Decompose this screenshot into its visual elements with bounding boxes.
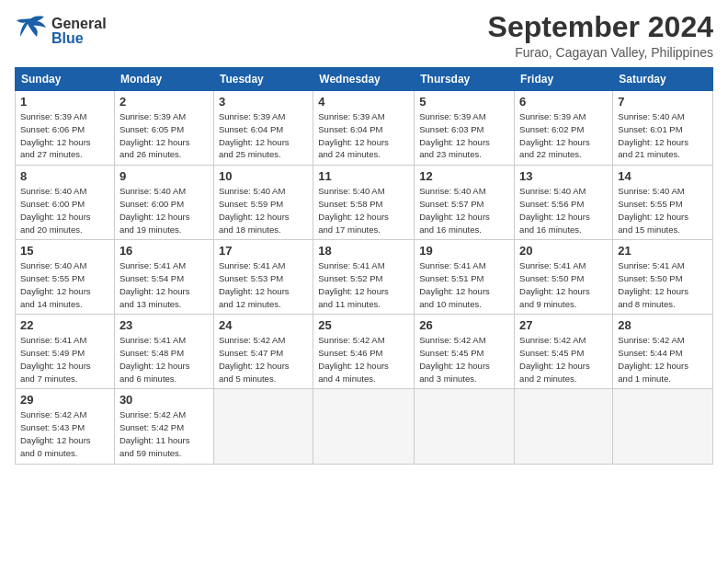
day-info: Sunrise: 5:42 AM Sunset: 5:44 PM Dayligh… xyxy=(618,334,708,385)
day-number: 13 xyxy=(519,169,608,183)
day-number: 15 xyxy=(20,244,109,258)
day-info: Sunrise: 5:40 AM Sunset: 6:00 PM Dayligh… xyxy=(119,185,209,236)
col-saturday: Saturday xyxy=(613,68,713,91)
day-info: Sunrise: 5:42 AM Sunset: 5:43 PM Dayligh… xyxy=(20,408,109,459)
day-number: 28 xyxy=(618,318,708,332)
calendar-row-1: 1Sunrise: 5:39 AM Sunset: 6:06 PM Daylig… xyxy=(16,91,713,166)
table-row: 20Sunrise: 5:41 AM Sunset: 5:50 PM Dayli… xyxy=(515,240,613,315)
day-info: Sunrise: 5:40 AM Sunset: 5:58 PM Dayligh… xyxy=(318,185,409,236)
day-info: Sunrise: 5:41 AM Sunset: 5:48 PM Dayligh… xyxy=(119,334,209,385)
day-number: 18 xyxy=(318,244,409,258)
location-subtitle: Furao, Cagayan Valley, Philippines xyxy=(488,45,713,60)
day-number: 11 xyxy=(318,169,409,183)
day-number: 25 xyxy=(318,318,409,332)
table-row: 5Sunrise: 5:39 AM Sunset: 6:03 PM Daylig… xyxy=(415,91,515,166)
day-number: 27 xyxy=(519,318,608,332)
table-row: 7Sunrise: 5:40 AM Sunset: 6:01 PM Daylig… xyxy=(613,91,713,166)
day-number: 7 xyxy=(618,95,708,109)
logo-bird-icon xyxy=(15,11,48,51)
table-row xyxy=(313,389,415,464)
logo-name: General Blue xyxy=(51,17,107,46)
day-number: 4 xyxy=(318,95,409,109)
table-row: 2Sunrise: 5:39 AM Sunset: 6:05 PM Daylig… xyxy=(114,91,213,166)
day-number: 3 xyxy=(219,95,308,109)
page: General Blue September 2024 Furao, Cagay… xyxy=(0,0,728,563)
day-number: 20 xyxy=(519,244,608,258)
day-info: Sunrise: 5:41 AM Sunset: 5:54 PM Dayligh… xyxy=(119,259,209,310)
day-number: 2 xyxy=(119,95,209,109)
day-info: Sunrise: 5:39 AM Sunset: 6:04 PM Dayligh… xyxy=(318,110,409,161)
logo-blue-text: Blue xyxy=(51,31,107,46)
day-info: Sunrise: 5:42 AM Sunset: 5:46 PM Dayligh… xyxy=(318,334,409,385)
table-row: 27Sunrise: 5:42 AM Sunset: 5:45 PM Dayli… xyxy=(515,315,613,389)
day-info: Sunrise: 5:40 AM Sunset: 6:00 PM Dayligh… xyxy=(20,185,109,236)
table-row: 18Sunrise: 5:41 AM Sunset: 5:52 PM Dayli… xyxy=(313,240,415,315)
day-number: 24 xyxy=(219,318,308,332)
table-row: 14Sunrise: 5:40 AM Sunset: 5:55 PM Dayli… xyxy=(613,166,713,240)
day-number: 21 xyxy=(618,244,708,258)
month-title: September 2024 xyxy=(488,11,713,43)
day-info: Sunrise: 5:42 AM Sunset: 5:42 PM Dayligh… xyxy=(119,408,209,459)
header: General Blue September 2024 Furao, Cagay… xyxy=(15,11,713,60)
table-row: 25Sunrise: 5:42 AM Sunset: 5:46 PM Dayli… xyxy=(313,315,415,389)
day-info: Sunrise: 5:40 AM Sunset: 5:59 PM Dayligh… xyxy=(219,185,308,236)
table-row: 8Sunrise: 5:40 AM Sunset: 6:00 PM Daylig… xyxy=(16,166,115,240)
table-row xyxy=(515,389,613,464)
day-info: Sunrise: 5:41 AM Sunset: 5:49 PM Dayligh… xyxy=(20,334,109,385)
table-row: 23Sunrise: 5:41 AM Sunset: 5:48 PM Dayli… xyxy=(114,315,213,389)
logo-general-text: General xyxy=(51,17,107,31)
col-tuesday: Tuesday xyxy=(213,68,313,91)
table-row: 11Sunrise: 5:40 AM Sunset: 5:58 PM Dayli… xyxy=(313,166,415,240)
day-number: 9 xyxy=(119,169,209,183)
day-info: Sunrise: 5:42 AM Sunset: 5:47 PM Dayligh… xyxy=(219,334,308,385)
day-info: Sunrise: 5:39 AM Sunset: 6:06 PM Dayligh… xyxy=(20,110,109,161)
day-number: 1 xyxy=(20,95,109,109)
table-row: 30Sunrise: 5:42 AM Sunset: 5:42 PM Dayli… xyxy=(114,389,213,464)
table-row: 6Sunrise: 5:39 AM Sunset: 6:02 PM Daylig… xyxy=(515,91,613,166)
table-row: 16Sunrise: 5:41 AM Sunset: 5:54 PM Dayli… xyxy=(114,240,213,315)
calendar-row-3: 15Sunrise: 5:40 AM Sunset: 5:55 PM Dayli… xyxy=(16,240,713,315)
table-row: 12Sunrise: 5:40 AM Sunset: 5:57 PM Dayli… xyxy=(415,166,515,240)
day-info: Sunrise: 5:40 AM Sunset: 5:56 PM Dayligh… xyxy=(519,185,608,236)
col-monday: Monday xyxy=(114,68,213,91)
table-row: 22Sunrise: 5:41 AM Sunset: 5:49 PM Dayli… xyxy=(16,315,115,389)
table-row xyxy=(213,389,313,464)
day-number: 19 xyxy=(419,244,509,258)
table-row: 26Sunrise: 5:42 AM Sunset: 5:45 PM Dayli… xyxy=(415,315,515,389)
table-row: 1Sunrise: 5:39 AM Sunset: 6:06 PM Daylig… xyxy=(16,91,115,166)
table-row: 19Sunrise: 5:41 AM Sunset: 5:51 PM Dayli… xyxy=(415,240,515,315)
day-number: 17 xyxy=(219,244,308,258)
calendar-row-5: 29Sunrise: 5:42 AM Sunset: 5:43 PM Dayli… xyxy=(16,389,713,464)
day-number: 6 xyxy=(519,95,608,109)
day-info: Sunrise: 5:40 AM Sunset: 5:55 PM Dayligh… xyxy=(618,185,708,236)
calendar-row-2: 8Sunrise: 5:40 AM Sunset: 6:00 PM Daylig… xyxy=(16,166,713,240)
table-row: 15Sunrise: 5:40 AM Sunset: 5:55 PM Dayli… xyxy=(16,240,115,315)
table-row: 17Sunrise: 5:41 AM Sunset: 5:53 PM Dayli… xyxy=(213,240,313,315)
day-info: Sunrise: 5:41 AM Sunset: 5:50 PM Dayligh… xyxy=(618,259,708,310)
day-info: Sunrise: 5:40 AM Sunset: 6:01 PM Dayligh… xyxy=(618,110,708,161)
table-row: 3Sunrise: 5:39 AM Sunset: 6:04 PM Daylig… xyxy=(213,91,313,166)
day-info: Sunrise: 5:39 AM Sunset: 6:05 PM Dayligh… xyxy=(119,110,209,161)
table-row: 10Sunrise: 5:40 AM Sunset: 5:59 PM Dayli… xyxy=(213,166,313,240)
col-friday: Friday xyxy=(515,68,613,91)
table-row: 9Sunrise: 5:40 AM Sunset: 6:00 PM Daylig… xyxy=(114,166,213,240)
day-number: 10 xyxy=(219,169,308,183)
col-sunday: Sunday xyxy=(16,68,115,91)
table-row xyxy=(415,389,515,464)
day-info: Sunrise: 5:39 AM Sunset: 6:03 PM Dayligh… xyxy=(419,110,509,161)
col-wednesday: Wednesday xyxy=(313,68,415,91)
day-number: 29 xyxy=(20,393,109,407)
calendar-header-row: Sunday Monday Tuesday Wednesday Thursday… xyxy=(16,68,713,91)
table-row: 21Sunrise: 5:41 AM Sunset: 5:50 PM Dayli… xyxy=(613,240,713,315)
day-number: 14 xyxy=(618,169,708,183)
day-info: Sunrise: 5:42 AM Sunset: 5:45 PM Dayligh… xyxy=(519,334,608,385)
day-number: 23 xyxy=(119,318,209,332)
table-row xyxy=(613,389,713,464)
day-info: Sunrise: 5:41 AM Sunset: 5:51 PM Dayligh… xyxy=(419,259,509,310)
table-row: 24Sunrise: 5:42 AM Sunset: 5:47 PM Dayli… xyxy=(213,315,313,389)
logo: General Blue xyxy=(15,11,107,51)
day-number: 8 xyxy=(20,169,109,183)
day-number: 26 xyxy=(419,318,509,332)
calendar-row-4: 22Sunrise: 5:41 AM Sunset: 5:49 PM Dayli… xyxy=(16,315,713,389)
table-row: 4Sunrise: 5:39 AM Sunset: 6:04 PM Daylig… xyxy=(313,91,415,166)
